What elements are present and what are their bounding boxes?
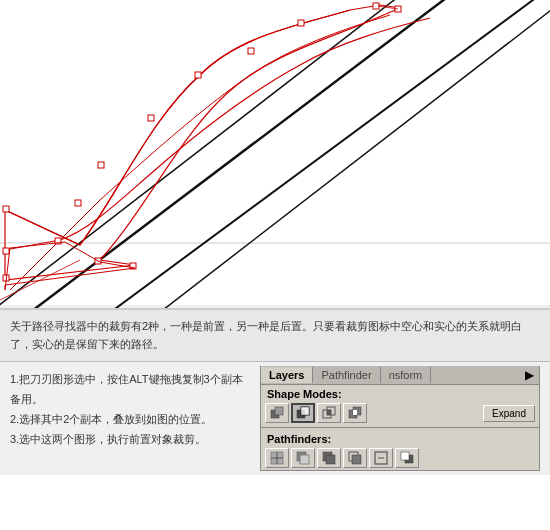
panel-menu-arrow[interactable]: ▶ [520, 366, 539, 384]
svg-rect-41 [352, 455, 361, 464]
canvas-svg [0, 0, 550, 308]
btn-trim[interactable] [291, 448, 315, 468]
svg-rect-26 [301, 407, 309, 415]
svg-rect-12 [98, 162, 104, 168]
svg-rect-8 [298, 20, 304, 26]
btn-outline[interactable] [369, 448, 393, 468]
info-text: 关于路径寻找器中的裁剪有2种，一种是前置，另一种是后置。只要看裁剪图标中空心和实… [10, 318, 540, 353]
btn-crop[interactable] [343, 448, 367, 468]
btn-divide[interactable] [265, 448, 289, 468]
svg-rect-45 [401, 452, 409, 460]
tab-transform[interactable]: nsform [381, 367, 432, 383]
btn-exclude[interactable] [343, 403, 367, 423]
shape-modes-label: Shape Modes: [261, 385, 539, 401]
tab-pathfinder[interactable]: Pathfinder [313, 367, 380, 383]
svg-rect-39 [326, 455, 335, 464]
svg-rect-29 [327, 410, 331, 415]
info-area: 关于路径寻找器中的裁剪有2种，一种是前置，另一种是后置。只要看裁剪图标中空心和实… [0, 310, 550, 362]
step-1: 1.把刀刃图形选中，按住ALT键拖拽复制3个副本备用。 [10, 370, 250, 410]
svg-rect-37 [300, 455, 309, 464]
svg-rect-9 [248, 48, 254, 54]
btn-intersect[interactable] [317, 403, 341, 423]
svg-rect-16 [3, 206, 9, 212]
svg-rect-11 [148, 115, 154, 121]
canvas-area: 思综设计论坛 www.MISSVUAN.com 第七城市 WWW.7HK.CN … [0, 0, 550, 310]
panel-tabs: Layers Pathfinder nsform ▶ [261, 366, 539, 385]
divider [261, 427, 539, 428]
svg-rect-13 [75, 200, 81, 206]
steps-area: 1.把刀刃图形选中，按住ALT键拖拽复制3个副本备用。 2.选择其中2个副本，叠… [0, 362, 550, 475]
step-2: 2.选择其中2个副本，叠放到如图的位置。 [10, 410, 250, 430]
svg-rect-32 [353, 410, 357, 415]
btn-merge[interactable] [317, 448, 341, 468]
btn-expand[interactable]: Expand [483, 405, 535, 422]
tab-layers[interactable]: Layers [261, 367, 313, 383]
step-3: 3.选中这两个图形，执行前置对象裁剪。 [10, 430, 250, 450]
panel-area: Layers Pathfinder nsform ▶ Shape Modes: [260, 362, 550, 475]
btn-minus-front[interactable] [291, 403, 315, 423]
svg-rect-10 [195, 72, 201, 78]
pathfinders-buttons [261, 446, 539, 470]
svg-rect-15 [3, 248, 9, 254]
shape-modes-buttons: Expand [261, 401, 539, 425]
btn-minus-back[interactable] [395, 448, 419, 468]
pathfinders-label: Pathfinders: [261, 430, 539, 446]
layers-panel: Layers Pathfinder nsform ▶ Shape Modes: [260, 366, 540, 471]
steps-left: 1.把刀刃图形选中，按住ALT键拖拽复制3个副本备用。 2.选择其中2个副本，叠… [0, 362, 260, 475]
svg-rect-0 [0, 0, 550, 305]
svg-rect-23 [275, 407, 283, 415]
btn-unite[interactable] [265, 403, 289, 423]
